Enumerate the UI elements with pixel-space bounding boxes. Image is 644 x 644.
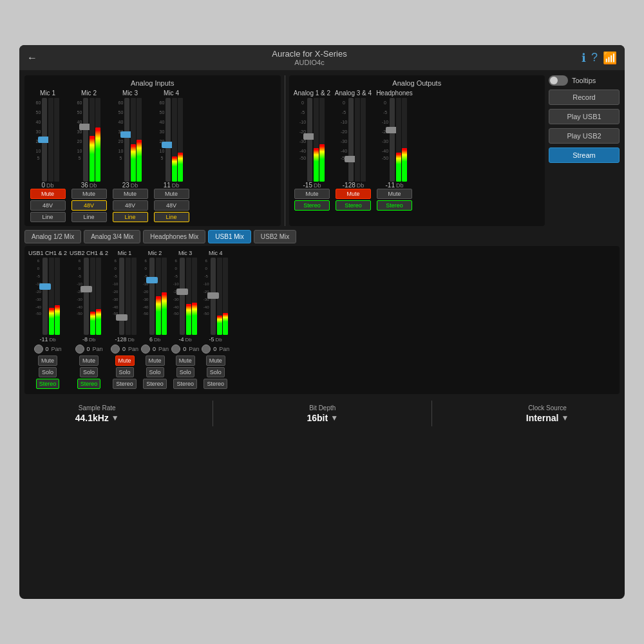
mix-usb2-solo-btn[interactable]: Solo bbox=[80, 367, 98, 377]
back-button[interactable]: ← bbox=[27, 52, 37, 64]
mic1-line-btn[interactable]: Line bbox=[30, 212, 66, 222]
mic4-fader-track[interactable] bbox=[166, 98, 171, 182]
mix-mic3-solo-btn[interactable]: Solo bbox=[176, 367, 194, 377]
mix-mic4-label: Mic 4 bbox=[209, 250, 223, 256]
mic1-fader-track[interactable] bbox=[42, 98, 47, 182]
analog12-fader-track[interactable] bbox=[307, 98, 312, 182]
tab-analog12-mix[interactable]: Analog 1/2 Mix bbox=[24, 230, 81, 243]
mic1-48v-btn[interactable]: 48V bbox=[30, 200, 66, 211]
analog34-stereo-btn[interactable]: Stereo bbox=[336, 200, 371, 211]
mic2-mute-btn[interactable]: Mute bbox=[71, 189, 107, 199]
mix-mic4-mute-btn[interactable]: Mute bbox=[206, 355, 225, 366]
mic2-48v-btn[interactable]: 48V bbox=[71, 200, 107, 211]
tab-usb2-mix[interactable]: USB2 Mix bbox=[254, 230, 296, 243]
mix-mic4-pan-knob[interactable] bbox=[202, 345, 211, 354]
mic3-48v-btn[interactable]: 48V bbox=[113, 200, 148, 211]
headphones-label: Headphones bbox=[376, 90, 413, 97]
mix-mic4-fader-handle[interactable] bbox=[207, 292, 219, 299]
tab-usb1-mix[interactable]: USB1 Mix bbox=[208, 230, 251, 243]
mix-channel-mic2: Mic 2 6 0 -5 -10 -20 -30 -40 -50 bbox=[141, 250, 169, 390]
mix-mic1-solo-btn[interactable]: Solo bbox=[116, 367, 134, 377]
mix-usb2-fader[interactable] bbox=[84, 258, 89, 335]
mix-mic1-fader-handle[interactable] bbox=[116, 314, 128, 321]
mix-mic4-solo-btn[interactable]: Solo bbox=[207, 367, 225, 377]
analog12-stereo-btn[interactable]: Stereo bbox=[294, 200, 330, 211]
tooltips-toggle[interactable] bbox=[549, 75, 568, 86]
mix-mic3-mute-btn[interactable]: Mute bbox=[176, 355, 195, 366]
mix-mic2-fader[interactable] bbox=[149, 258, 155, 335]
mix-mic1-pan-knob[interactable] bbox=[111, 345, 120, 354]
analog34-label: Analog 3 & 4 bbox=[335, 90, 372, 97]
mix-mic1-fader[interactable] bbox=[119, 258, 124, 335]
sample-rate-label: Sample Rate bbox=[79, 404, 116, 412]
mix-mic2-mute-btn[interactable]: Mute bbox=[146, 355, 165, 366]
tooltips-row: Tooltips bbox=[549, 75, 620, 86]
tab-analog34-mix[interactable]: Analog 3/4 Mix bbox=[84, 230, 140, 243]
sample-rate-value: 44.1kHz bbox=[75, 413, 109, 423]
tab-headphones-mix[interactable]: Headphones Mix bbox=[143, 230, 205, 243]
mix-usb1-stereo-btn[interactable]: Stereo bbox=[36, 379, 60, 389]
mic4-meter bbox=[172, 98, 183, 182]
stream-button[interactable]: Stream bbox=[549, 147, 620, 163]
mix-usb1-label: USB1 CH1 & 2 bbox=[28, 250, 67, 256]
mix-usb2-stereo-btn[interactable]: Stereo bbox=[77, 379, 101, 389]
headphones-stereo-btn[interactable]: Stereo bbox=[377, 200, 412, 211]
sample-rate-dropdown[interactable]: ▼ bbox=[111, 413, 119, 422]
mix-mic1-pan-label: Pan bbox=[128, 346, 138, 352]
mic3-fader-track[interactable] bbox=[124, 98, 129, 182]
mix-usb2-pan-knob[interactable] bbox=[75, 345, 84, 354]
mix-usb1-solo-btn[interactable]: Solo bbox=[39, 367, 57, 377]
mix-mic2-pan-knob[interactable] bbox=[141, 345, 150, 354]
mix-mic3-fader-handle[interactable] bbox=[176, 289, 188, 295]
mix-mic3-pan-knob[interactable] bbox=[171, 345, 180, 354]
mix-mic4-meter-r bbox=[223, 258, 228, 335]
mic2-fader-track[interactable] bbox=[83, 98, 88, 182]
mix-mic2-pan-row: 0 Pan bbox=[141, 345, 169, 354]
mic3-mute-btn[interactable]: Mute bbox=[113, 189, 148, 199]
mix-mic1-meter-l bbox=[126, 258, 131, 335]
analog-inputs-panel: Analog Inputs Mic 1 60 50 40 30 20 bbox=[24, 75, 281, 226]
mix-mic2-solo-btn[interactable]: Solo bbox=[146, 367, 164, 377]
mic2-line-btn[interactable]: Line bbox=[71, 212, 107, 222]
mic4-line-btn[interactable]: Line bbox=[154, 212, 189, 222]
play-usb1-button[interactable]: Play USB1 bbox=[549, 109, 620, 124]
analog34-mute-btn[interactable]: Mute bbox=[336, 189, 371, 199]
clock-source-dropdown[interactable]: ▼ bbox=[561, 413, 569, 422]
mix-usb2-fader-handle[interactable] bbox=[80, 286, 92, 292]
mix-mic4-fader[interactable] bbox=[211, 258, 216, 335]
mix-mic4-stereo-btn[interactable]: Stereo bbox=[204, 379, 227, 389]
mic4-mute-btn[interactable]: Mute bbox=[154, 189, 189, 199]
bit-depth-dropdown[interactable]: ▼ bbox=[330, 413, 338, 422]
help-icon[interactable]: ? bbox=[591, 51, 598, 64]
mix-usb1-fader-handle[interactable] bbox=[39, 283, 51, 290]
record-button[interactable]: Record bbox=[549, 90, 620, 105]
bit-depth-group: Bit Depth 16bit ▼ bbox=[307, 404, 338, 423]
mix-usb2-mute-btn[interactable]: Mute bbox=[79, 355, 99, 366]
analog34-fader-track[interactable] bbox=[348, 98, 354, 182]
headphones-fader-track[interactable] bbox=[390, 98, 395, 182]
wifi-icon[interactable]: 📶 bbox=[603, 51, 617, 65]
mix-mic1-stereo-btn[interactable]: Stereo bbox=[113, 379, 137, 389]
analog-outputs-panel: Analog Outputs Analog 1 & 2 0 -5 -10 -20… bbox=[289, 75, 545, 226]
mix-mic3-fader[interactable] bbox=[180, 258, 185, 335]
mix-mic2-fader-handle[interactable] bbox=[146, 277, 158, 283]
mic1-mute-btn[interactable]: Mute bbox=[30, 189, 66, 199]
mix-channel-mic3: Mic 3 6 0 -5 -10 -20 -30 -40 -50 bbox=[171, 250, 199, 390]
mix-usb1-fader[interactable] bbox=[43, 258, 48, 335]
mix-mic2-stereo-btn[interactable]: Stereo bbox=[143, 379, 167, 389]
mix-mic3-stereo-btn[interactable]: Stereo bbox=[173, 379, 197, 389]
mix-mic2-meter-r bbox=[162, 258, 167, 335]
info-icon[interactable]: ℹ bbox=[582, 51, 586, 65]
mix-usb1-mute-btn[interactable]: Mute bbox=[38, 355, 57, 366]
mix-mic1-mute-btn[interactable]: Mute bbox=[115, 355, 135, 366]
analog12-mute-btn[interactable]: Mute bbox=[294, 189, 330, 199]
mic4-48v-btn[interactable]: 48V bbox=[154, 200, 189, 211]
channel-headphones: Headphones 0 -5 -10 -20 -30 -40 -50 bbox=[375, 90, 414, 211]
headphones-mute-btn[interactable]: Mute bbox=[377, 189, 412, 199]
analog-outputs-channels: Analog 1 & 2 0 -5 -10 -20 -30 -40 -50 bbox=[293, 90, 542, 211]
mix-usb2-meter-l bbox=[90, 258, 95, 335]
sample-rate-group: Sample Rate 44.1kHz ▼ bbox=[75, 404, 119, 423]
play-usb2-button[interactable]: Play USB2 bbox=[549, 128, 620, 144]
mic3-line-btn[interactable]: Line bbox=[113, 212, 148, 222]
mix-usb1-pan-knob[interactable] bbox=[34, 345, 43, 354]
